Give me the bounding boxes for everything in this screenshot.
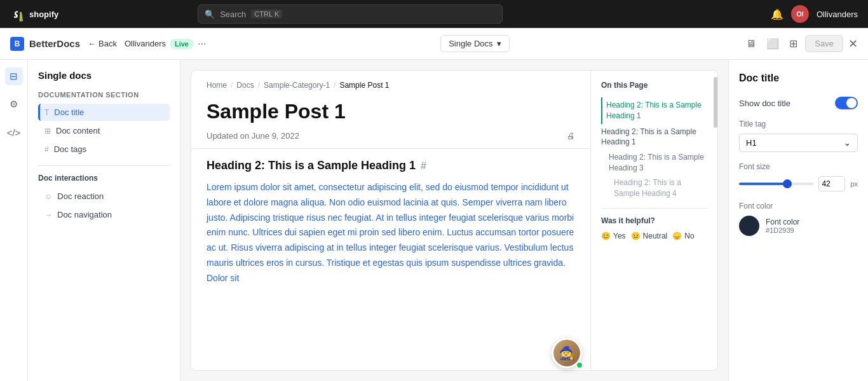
tablet-view-button[interactable]: ⬜	[764, 35, 782, 52]
font-color-section: Font color Font color #1D2939	[739, 202, 858, 236]
doc-section-heading: Heading 2: This is a Sample Heading 1 #	[207, 159, 575, 172]
notification-bell-icon[interactable]: 🔔	[771, 8, 783, 20]
helpful-yes-label: Yes	[613, 232, 626, 240]
more-options-button[interactable]: ···	[198, 38, 206, 50]
store-name: Ollivanders	[125, 39, 166, 48]
settings-panel-title: Doc title	[739, 73, 858, 84]
text-icon: T	[44, 108, 49, 117]
font-size-section: Font size 42 px	[739, 162, 858, 191]
app-header: B BetterDocs ← Back Ollivanders Live ···…	[0, 28, 868, 60]
slider-track	[739, 183, 813, 185]
title-tag-value: H1	[746, 138, 757, 148]
select-chevron-icon: ⌄	[844, 138, 851, 148]
show-doc-title-label: Show doc title	[739, 99, 790, 108]
content-icon: ⊞	[44, 127, 51, 135]
app-title: BetterDocs	[29, 38, 80, 49]
color-label-name: Font color	[766, 218, 799, 226]
breadcrumb-current: Sample Post 1	[339, 81, 389, 90]
chevron-down-icon: ▾	[497, 39, 501, 48]
helpful-no-button[interactable]: 😞 No	[672, 232, 694, 240]
font-size-label: Font size	[739, 162, 858, 171]
toc-item-2[interactable]: Heading 2: This is a Sample Heading 3	[601, 150, 707, 176]
scrollbar-thumb	[714, 77, 717, 128]
app-icon: B	[10, 37, 24, 51]
nav-label-doc-title: Doc title	[54, 107, 84, 117]
toc-item-0[interactable]: Heading 2: This is a Sample Heading 1	[601, 97, 707, 124]
breadcrumb-category[interactable]: Sample-Category-1	[264, 81, 330, 90]
desktop-view-button[interactable]: 🖥	[743, 36, 759, 52]
toc-title: On this Page	[601, 81, 707, 90]
search-shortcut: CTRL K	[251, 10, 282, 18]
yes-emoji-icon: 😊	[601, 232, 611, 240]
print-icon[interactable]: 🖨	[567, 131, 575, 141]
topbar-right: 🔔 Ol Ollivanders	[771, 5, 858, 23]
shortcut-ctrl: CTRL	[254, 10, 273, 18]
interactions-section-label: Doc interactions	[38, 174, 170, 183]
sidebar-icon-code[interactable]: </>	[5, 123, 23, 141]
breadcrumb: Home / Docs / Sample-Category-1 / Sample…	[191, 71, 590, 95]
slider-thumb	[783, 179, 792, 188]
toggle-thumb	[846, 98, 857, 108]
helpful-buttons: 😊 Yes 😐 Neutral 😞 No	[601, 232, 707, 240]
doc-meta: Updated on June 9, 2022 🖨	[191, 128, 590, 149]
heading-anchor-icon[interactable]: #	[421, 160, 426, 172]
logo-text: shopify	[29, 10, 58, 19]
avatar[interactable]: Ol	[791, 5, 809, 23]
main-layout: ⊟ ⚙ </> Single docs Documentation sectio…	[0, 60, 868, 381]
search-icon: 🔍	[205, 10, 215, 19]
font-size-value: 42	[822, 179, 830, 188]
nav-item-doc-tags[interactable]: # Doc tags	[38, 141, 170, 158]
heading-text: Heading 2: This is a Sample Heading 1	[207, 159, 416, 172]
helpful-yes-button[interactable]: 😊 Yes	[601, 232, 626, 240]
search-placeholder: Search	[220, 10, 246, 19]
app-title-section: B BetterDocs	[10, 37, 80, 51]
neutral-emoji-icon: 😐	[631, 232, 641, 240]
slider-fill	[739, 183, 787, 185]
font-color-label: Font color	[739, 202, 858, 211]
left-nav-panel: Single docs Documentation section T Doc …	[28, 60, 180, 381]
font-size-unit: px	[850, 180, 858, 188]
store-badge: Ollivanders Live ···	[125, 38, 206, 50]
scrollbar-track[interactable]	[714, 71, 717, 370]
nav-item-doc-reaction[interactable]: ☺ Doc reaction	[38, 188, 170, 205]
helpful-neutral-button[interactable]: 😐 Neutral	[631, 232, 668, 240]
sidebar-icon-layout[interactable]: ⊟	[5, 67, 23, 85]
doc-updated-date: Updated on June 9, 2022	[207, 131, 299, 141]
search-bar[interactable]: 🔍 Search CTRL K	[198, 4, 503, 24]
sidebar-icon-rail: ⊟ ⚙ </>	[0, 60, 28, 381]
font-size-input[interactable]: 42	[818, 176, 845, 191]
doc-type-section: Single Docs ▾	[214, 35, 736, 52]
close-button[interactable]: ✕	[848, 37, 858, 51]
content-area: Home / Docs / Sample-Category-1 / Sample…	[180, 60, 728, 381]
font-size-row: 42 px	[739, 176, 858, 191]
show-doc-title-toggle[interactable]	[835, 97, 858, 109]
store-name-topbar: Ollivanders	[817, 10, 858, 19]
sidebar-icon-settings[interactable]: ⚙	[5, 95, 23, 113]
font-size-slider[interactable]	[739, 177, 813, 190]
live-status-badge: Live	[170, 39, 194, 49]
doc-body: Heading 2: This is a Sample Heading 1 # …	[191, 149, 590, 296]
helpful-neutral-label: Neutral	[643, 232, 668, 240]
reaction-icon: ☺	[44, 192, 52, 201]
nav-item-doc-title[interactable]: T Doc title	[38, 104, 170, 121]
title-tag-select[interactable]: H1 ⌄	[739, 134, 858, 152]
shortcut-k: K	[275, 10, 279, 18]
nav-label-doc-navigation: Doc navigation	[57, 210, 112, 219]
back-button[interactable]: ← Back	[88, 39, 117, 48]
breadcrumb-docs[interactable]: Docs	[236, 81, 254, 90]
online-indicator	[576, 361, 583, 369]
toc-item-1[interactable]: Heading 2: This is a Sample Heading 1	[601, 124, 707, 151]
back-arrow-icon: ←	[88, 39, 96, 48]
nav-item-doc-navigation[interactable]: → Doc navigation	[38, 206, 170, 223]
toc-item-3[interactable]: Heading 2: This is a Sample Heading 4	[601, 176, 707, 201]
save-button[interactable]: Save	[805, 35, 843, 52]
color-swatch[interactable]	[739, 216, 759, 236]
nav-label-doc-tags: Doc tags	[54, 144, 86, 154]
nav-item-doc-content[interactable]: ⊞ Doc content	[38, 122, 170, 139]
toc-divider	[601, 208, 707, 209]
breadcrumb-home[interactable]: Home	[207, 81, 227, 90]
doc-type-dropdown[interactable]: Single Docs ▾	[440, 35, 509, 52]
shopify-logo[interactable]: shopify	[10, 6, 58, 22]
tags-icon: #	[44, 145, 49, 154]
mobile-view-button[interactable]: ⊞	[787, 35, 800, 52]
